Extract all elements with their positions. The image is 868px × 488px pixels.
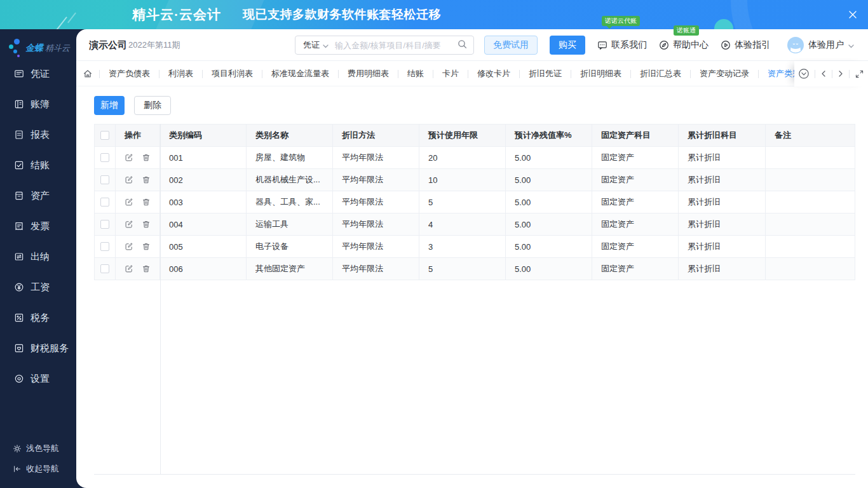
tab-asset-change-log[interactable]: 资产变动记录 [691,61,758,86]
row-checkbox[interactable] [100,175,109,184]
edit-icon[interactable] [125,198,133,207]
cell-value: 001 [169,153,183,163]
tab-income-statement[interactable]: 利润表 [159,61,202,86]
column-header-label: 折旧方法 [342,130,375,141]
help-center-link[interactable]: 帮助中心 [659,39,709,51]
light-nav-toggle[interactable]: 浅色导航 [0,438,76,459]
sidebar-item-tax[interactable]: 税务 [0,302,76,333]
cell-value: 平均年限法 [342,152,383,163]
cell-years: 10 [419,169,506,191]
trash-icon[interactable] [142,264,151,273]
row-select-cell [94,214,116,236]
cell-code: 005 [160,236,247,258]
edit-icon[interactable] [125,242,133,251]
cell-value: 5.00 [515,264,531,274]
row-checkbox[interactable] [100,264,109,273]
add-button[interactable]: 新增 [94,96,125,115]
cell-value: 运输工具 [255,219,288,230]
banner-decor-streak [56,17,67,29]
home-icon[interactable] [76,69,99,79]
contact-us-link[interactable]: 联系我们 [597,39,647,51]
report-icon [14,130,24,140]
close-icon[interactable] [846,8,859,21]
company-period: 演示公司 2022年第11期 [89,29,180,61]
experience-guide-link[interactable]: 体验指引 [721,39,770,51]
trash-icon[interactable] [142,153,151,162]
row-checkbox[interactable] [100,153,109,162]
tab-project-income-statement[interactable]: 项目利润表 [203,61,262,86]
tab-depreciation-summary[interactable]: 折旧汇总表 [631,61,690,86]
chevron-down-icon [848,39,854,51]
sidebar-item-invoice[interactable]: 发票 [0,211,76,241]
tab-bar: 资产负债表利润表项目利润表标准现金流量表费用明细表结账卡片修改卡片折旧凭证折旧明… [76,61,868,86]
tab-depreciation-detail[interactable]: 折旧明细表 [571,61,630,86]
edit-icon[interactable] [125,264,133,273]
content-area: 新增 删除 操作类别编码类别名称折旧方法预计使用年限预计净残值率%固定资产科目累… [76,86,868,475]
sidebar-item-payroll[interactable]: 工资 [0,272,76,302]
sidebar-item-cashier[interactable]: 出纳 [0,241,76,272]
column-header-label: 操作 [125,130,141,141]
search-icon[interactable] [458,39,467,51]
tab-closing[interactable]: 结账 [398,61,433,86]
cell-years: 5 [419,258,506,280]
user-menu[interactable]: 体验用户 [787,37,854,53]
tab-card[interactable]: 卡片 [433,61,468,86]
app-window: 精斗云·云会计 现已支持多款财务软件账套轻松迁移 诺诺云代账 诺账通 金蝶 精斗… [0,0,868,488]
cell-depreciation-account: 累计折旧 [679,236,766,258]
cell-note [766,169,855,191]
search-input[interactable] [335,41,458,50]
sidebar-item-voucher[interactable]: 凭证 [0,58,76,89]
cell-value: 10 [428,175,437,185]
tab-dropdown-icon[interactable] [798,68,810,79]
company-name: 演示公司 [89,39,127,51]
row-checkbox[interactable] [100,198,109,207]
table-row: 004运输工具平均年限法45.00固定资产累计折旧 [94,214,855,236]
column-header-label: 预计净残值率% [515,130,572,141]
row-checkbox[interactable] [100,220,109,229]
sidebar-item-report[interactable]: 报表 [0,119,76,150]
cell-asset-account: 固定资产 [592,258,679,280]
sidebar-item-settings[interactable]: 设置 [0,363,76,394]
collapse-nav-toggle[interactable]: 收起导航 [0,459,76,479]
buy-button[interactable]: 购买 [550,36,585,55]
delete-button[interactable]: 删除 [134,96,171,115]
trash-icon[interactable] [142,242,151,251]
cell-method: 平均年限法 [333,214,419,236]
column-header-label: 备注 [775,130,791,141]
sidebar-item-ledger[interactable]: 账簿 [0,89,76,119]
tab-balance-sheet[interactable]: 资产负债表 [100,61,159,86]
trash-icon[interactable] [142,198,151,207]
tab-scroll-right-icon[interactable] [837,70,844,78]
sidebar-item-asset[interactable]: 资产 [0,180,76,211]
sidebar-item-closing[interactable]: 结账 [0,150,76,180]
search-category-select[interactable]: 凭证 [302,39,329,51]
finance-tax-service-icon [14,343,24,353]
row-checkbox[interactable] [100,242,109,251]
edit-icon[interactable] [125,220,133,229]
trash-icon[interactable] [142,220,151,229]
tab-expense-detail[interactable]: 费用明细表 [339,61,398,86]
cell-asset-account: 固定资产 [592,236,679,258]
tab-standard-cash-flow[interactable]: 标准现金流量表 [262,61,338,86]
tab-depreciation-voucher[interactable]: 折旧凭证 [520,61,571,86]
tab-edit-card[interactable]: 修改卡片 [468,61,519,86]
sidebar-footer-label: 收起导航 [26,463,59,475]
edit-icon[interactable] [125,153,133,162]
edit-icon[interactable] [125,175,133,184]
sidebar-item-finance-tax-service[interactable]: 财税服务 [0,333,76,363]
cell-value: 平均年限法 [342,196,383,208]
free-trial-button[interactable]: 免费试用 [484,36,538,55]
tab-asset-category[interactable]: 资产类别 [759,61,794,86]
cell-value: 平均年限法 [342,263,383,274]
select-all-checkbox[interactable] [100,131,109,140]
cell-name: 房屋、建筑物 [247,147,333,169]
row-select-cell [94,236,116,258]
cell-name: 其他固定资产 [247,258,333,280]
fullscreen-icon[interactable] [855,69,864,79]
tab-scroll-left-icon[interactable] [820,70,827,78]
cell-value: 固定资产 [601,219,634,230]
table-row: 002机器机械生产设...平均年限法105.00固定资产累计折旧 [94,169,855,191]
sidebar-item-label: 财税服务 [31,342,69,355]
cell-value: 平均年限法 [342,174,383,186]
trash-icon[interactable] [142,175,151,184]
